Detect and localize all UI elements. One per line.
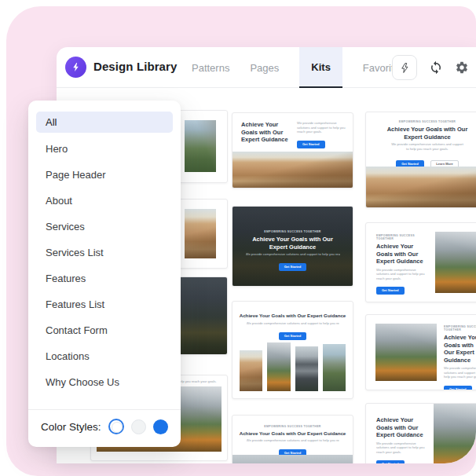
sidebar-item-features[interactable]: Features [28,265,181,291]
template-cta-button: Get Started [444,386,472,390]
template-body-text: We provide comprehensive solutions and s… [390,142,465,151]
bolt-icon [71,62,81,72]
tab-bar: Patterns Pages Kits Favorites [192,47,405,88]
template-card[interactable]: EMPOWERING SUCCESS TOGETHER Achieve Your… [365,112,476,208]
template-eyebrow: EMPOWERING SUCCESS TOGETHER [233,230,353,233]
app-title: Design Library [93,60,177,73]
template-card[interactable]: EMPOWERING SUCCESS TOGETHER Achieve Your… [365,314,476,390]
template-photo [185,209,216,258]
template-body-text: We provide comprehensive solutions and s… [444,366,476,379]
sidebar-item-all[interactable]: All [36,112,173,133]
color-swatch-solid-blue[interactable] [153,419,168,434]
flash-button[interactable] [392,55,417,80]
tab-patterns[interactable]: Patterns [192,47,229,88]
template-heading: Achieve Your Goals with Our Expert Guida… [383,126,471,141]
sidebar-item-page-header[interactable]: Page Header [28,162,181,188]
template-cta-button: Get Started [297,141,325,148]
template-photo [323,344,346,391]
flash-icon [399,62,411,74]
template-card[interactable]: Achieve Your Goals with Our Expert Guida… [232,301,353,399]
template-heading: Achieve Your Goals with Our Expert Guida… [376,416,428,439]
template-cta-button: Get Started [376,287,405,295]
template-photo [240,350,262,391]
sidebar-item-contact-form[interactable]: Contact Form [28,317,181,343]
sidebar-item-locations[interactable]: Locations [28,343,181,369]
template-heading: Achieve Your Goals with Our Expert Guida… [444,334,476,364]
color-swatch-outline-blue[interactable] [108,419,124,434]
template-cta-button: Get Started [279,263,307,271]
template-card[interactable]: Achieve Your Goals with Our Expert Guida… [365,403,476,463]
template-card[interactable]: Achieve Your Goals with Our Expert Guida… [232,112,353,189]
sidebar-item-about[interactable]: About [28,188,181,214]
template-heading: Achieve Your Goals with Our Expert Guida… [233,313,353,319]
sidebar-item-hero[interactable]: Hero [28,136,181,162]
template-photo [366,167,476,207]
template-body-text: We provide comprehensive solutions and s… [246,252,340,257]
template-heading: Achieve Your Goals with Our Expert Guida… [233,430,353,437]
template-cta-button: Get Started [376,460,405,463]
template-eyebrow: EMPOWERING SUCCESS TOGETHER [233,425,353,428]
sidebar-item-features-list[interactable]: Features List [28,291,181,317]
category-dropdown: All Hero Page Header About Services Serv… [28,101,181,447]
gear-icon[interactable] [455,60,469,75]
header-actions [392,47,469,88]
template-body-text: We provide comprehensive solutions and s… [297,121,346,134]
refresh-icon[interactable] [429,60,443,75]
template-photo [267,342,290,391]
color-styles-row: Color Styles: [28,410,181,443]
template-photo [233,152,353,188]
tab-kits[interactable]: Kits [299,47,342,88]
app-logo[interactable] [65,57,86,78]
template-eyebrow: EMPOWERING SUCCESS TOGETHER [376,234,430,240]
template-photo [375,324,437,381]
template-body-text: We provide comprehensive solutions and s… [247,321,339,326]
template-photo [295,346,318,391]
template-card[interactable]: EMPOWERING SUCCESS TOGETHER Achieve Your… [232,206,353,287]
template-body-text: We provide comprehensive solutions and s… [376,441,428,455]
sidebar-item-services[interactable]: Services [28,214,181,240]
template-card[interactable]: EMPOWERING SUCCESS TOGETHER Achieve Your… [365,222,476,302]
template-cta-button: Get Started [279,332,307,340]
template-heading: Achieve Your Goals with Our Expert Guida… [246,236,340,251]
template-heading: Achieve Your Goals with Our Expert Guida… [241,121,291,148]
template-heading: Achieve Your Goals with Our Expert Guida… [376,243,430,265]
sidebar-item-why-choose-us[interactable]: Why Choose Us [28,369,181,395]
template-photo [185,120,216,172]
sidebar-item-services-list[interactable]: Services List [28,240,181,265]
color-swatch-neutral[interactable] [131,419,146,434]
template-card[interactable]: EMPOWERING SUCCESS TOGETHER Achieve Your… [232,415,353,463]
template-photo [233,455,353,463]
template-body-text: We provide comprehensive solutions and s… [376,268,430,281]
template-body-text: We provide comprehensive solutions and s… [247,438,339,443]
template-eyebrow: EMPOWERING SUCCESS TOGETHER [444,325,476,331]
color-styles-label: Color Styles: [41,421,101,433]
template-eyebrow: EMPOWERING SUCCESS TOGETHER [366,120,476,123]
tab-pages[interactable]: Pages [250,47,279,88]
app-header: Design Library Patterns Pages Kits Favor… [57,47,476,88]
template-photo [435,232,476,293]
